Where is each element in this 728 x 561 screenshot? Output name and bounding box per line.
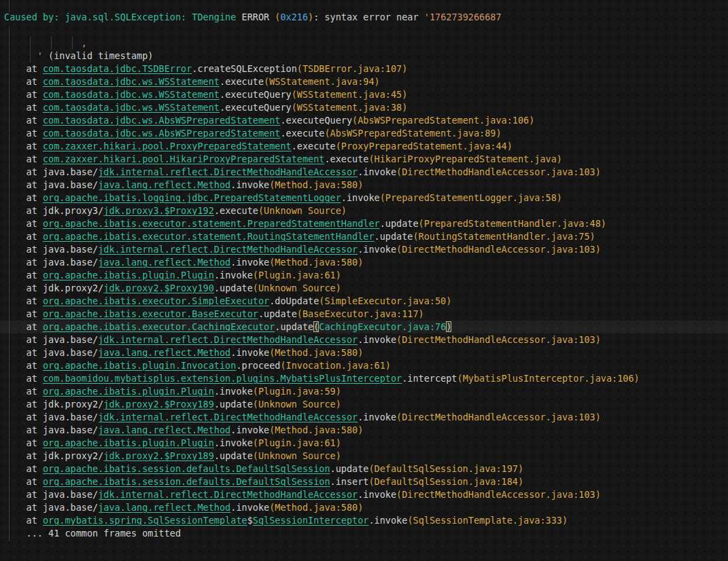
class-link[interactable]: jdk.proxy3.$Proxy192 xyxy=(103,205,214,216)
file-link[interactable]: (PreparedStatementHandler.java:48) xyxy=(419,218,606,229)
class-link[interactable]: jdk.internal.reflect.DirectMethodHandleA… xyxy=(98,334,358,345)
class-link[interactable]: java.lang.reflect.Method xyxy=(98,424,230,435)
file-link[interactable]: (ProxyPreparedStatement.java:44) xyxy=(336,141,513,151)
class-link[interactable]: com.zaxxer.hikari.pool.ProxyPreparedStat… xyxy=(43,141,292,151)
file-link[interactable]: (MybatisPlusInterceptor.java:106) xyxy=(457,373,640,384)
visited-file-link[interactable]: CachingExecutor.java:76 xyxy=(319,321,446,332)
class-link[interactable]: org.apache.ibatis.executor.BaseExecutor xyxy=(43,308,258,319)
text: .invoke xyxy=(230,257,269,268)
text: .invoke xyxy=(358,166,396,177)
class-link[interactable]: org.apache.ibatis.executor.CachingExecut… xyxy=(43,321,275,332)
class-link[interactable]: java.lang.reflect.Method xyxy=(98,179,230,190)
class-link[interactable]: org.apache.ibatis.plugin.Invocation xyxy=(43,360,236,371)
text: at xyxy=(4,192,43,203)
file-link[interactable]: (SimpleExecutor.java:50) xyxy=(319,295,451,306)
console-line: at org.apache.ibatis.plugin.Plugin.invok… xyxy=(0,437,728,450)
file-link[interactable]: (Method.java:580) xyxy=(269,179,363,190)
console-line: at java.base/jdk.internal.reflect.Direct… xyxy=(0,411,728,424)
string-literal: ' xyxy=(37,50,43,61)
file-link[interactable]: (Unknown Source) xyxy=(253,450,341,461)
file-link[interactable]: (Unknown Source) xyxy=(253,399,341,410)
file-link[interactable]: (Invocation.java:61) xyxy=(280,360,391,371)
file-link[interactable]: (DirectMethodHandleAccessor.java:103) xyxy=(396,412,601,422)
text: at java.base/ xyxy=(4,244,98,255)
file-link[interactable]: (Unknown Source) xyxy=(253,283,341,293)
text: at xyxy=(4,360,43,371)
class-link[interactable]: java.lang.reflect.Method xyxy=(98,347,230,358)
class-link[interactable]: SqlSessionInterceptor xyxy=(253,515,369,526)
text: at xyxy=(4,515,43,526)
file-link[interactable]: (DirectMethodHandleAccessor.java:103) xyxy=(396,244,601,255)
text: .update xyxy=(375,231,413,242)
class-link[interactable]: com.baomidou.mybatisplus.extension.plugi… xyxy=(43,373,402,384)
text: .executeQuery xyxy=(220,102,292,113)
class-link[interactable]: com.taosdata.jdbc.ws.WSStatement xyxy=(43,76,220,87)
console-line: at jdk.proxy2/jdk.proxy2.$Proxy189.updat… xyxy=(0,450,728,463)
text: .execute xyxy=(220,76,264,87)
console-output[interactable]: Caused by: java.sql.SQLException: TDengi… xyxy=(0,0,728,561)
class-link[interactable]: com.taosdata.jdbc.TSDBError xyxy=(43,63,192,74)
console-line: at com.zaxxer.hikari.pool.HikariProxyPre… xyxy=(0,153,728,166)
text xyxy=(4,50,37,61)
class-link[interactable]: com.taosdata.jdbc.ws.WSStatement xyxy=(43,102,220,113)
file-link[interactable]: (Method.java:580) xyxy=(269,424,363,435)
file-link[interactable]: (PreparedStatementLogger.java:58) xyxy=(380,192,562,203)
console-line: at com.taosdata.jdbc.ws.AbsWSPreparedSta… xyxy=(0,127,728,140)
file-link[interactable]: (SqlSessionTemplate.java:333) xyxy=(407,515,568,526)
file-link[interactable]: (DefaultSqlSession.java:184) xyxy=(368,476,523,487)
text: at java.base/ xyxy=(4,412,98,422)
text: at java.base/ xyxy=(4,424,98,435)
file-link[interactable]: (RoutingStatementHandler.java:75) xyxy=(413,231,595,242)
file-link[interactable]: (WSStatement.java:94) xyxy=(264,76,380,87)
class-link[interactable]: org.apache.ibatis.session.defaults.Defau… xyxy=(43,463,330,474)
file-link[interactable]: (TSDBError.java:107) xyxy=(297,63,408,74)
class-link[interactable]: jdk.proxy2.$Proxy189 xyxy=(103,399,214,410)
class-link[interactable]: com.taosdata.jdbc.ws.AbsWSPreparedStatem… xyxy=(43,115,281,126)
class-link[interactable]: com.taosdata.jdbc.ws.AbsWSPreparedStatem… xyxy=(43,128,281,139)
file-link[interactable]: (Method.java:580) xyxy=(269,347,363,358)
class-link[interactable]: org.apache.ibatis.executor.SimpleExecuto… xyxy=(43,295,269,306)
file-link[interactable]: (Plugin.java:59) xyxy=(253,386,341,397)
file-link[interactable]: (Method.java:580) xyxy=(269,502,363,513)
console-line: at org.apache.ibatis.session.defaults.De… xyxy=(0,463,728,475)
file-link[interactable]: (AbsWSPreparedStatement.java:106) xyxy=(352,115,534,126)
file-link[interactable]: (AbsWSPreparedStatement.java:89) xyxy=(324,128,501,139)
class-link[interactable]: com.zaxxer.hikari.pool.HikariProxyPrepar… xyxy=(43,153,325,164)
file-link[interactable]: (BaseExecutor.java:117) xyxy=(297,308,424,319)
class-link[interactable]: org.apache.ibatis.logging.jdbc.PreparedS… xyxy=(43,192,341,203)
class-link[interactable]: org.apache.ibatis.executor.statement.Rou… xyxy=(43,231,375,242)
file-link[interactable]: (DefaultSqlSession.java:197) xyxy=(368,463,523,474)
class-link[interactable]: java.lang.reflect.Method xyxy=(98,502,230,513)
file-link[interactable]: (Unknown Source) xyxy=(258,205,347,216)
file-link[interactable]: (WSStatement.java:38) xyxy=(292,102,408,113)
class-link[interactable]: org.apache.ibatis.session.defaults.Defau… xyxy=(43,476,330,487)
class-link[interactable]: org.apache.ibatis.plugin.Plugin xyxy=(43,437,214,448)
file-link[interactable]: (HikariProxyPreparedStatement.java) xyxy=(368,153,561,164)
class-link[interactable]: jdk.proxy2.$Proxy189 xyxy=(103,450,214,461)
file-link[interactable]: (Plugin.java:61) xyxy=(253,270,341,280)
class-link[interactable]: com.taosdata.jdbc.ws.WSStatement xyxy=(43,89,220,100)
file-link[interactable]: (Plugin.java:61) xyxy=(253,437,341,448)
file-link[interactable]: (DirectMethodHandleAccessor.java:103) xyxy=(396,489,601,500)
class-link[interactable]: java.lang.reflect.Method xyxy=(98,257,230,268)
class-link[interactable]: jdk.internal.reflect.DirectMethodHandleA… xyxy=(98,489,358,500)
class-link[interactable]: jdk.internal.reflect.DirectMethodHandleA… xyxy=(98,166,358,177)
file-link[interactable]: (Method.java:580) xyxy=(269,257,363,268)
text: .execute xyxy=(280,128,324,139)
class-link[interactable]: org.apache.ibatis.executor.statement.Pre… xyxy=(43,218,380,229)
file-link[interactable]: (WSStatement.java:45) xyxy=(292,89,408,100)
text: at xyxy=(4,89,43,100)
class-link[interactable]: org.mybatis.spring.SqlSessionTemplate xyxy=(43,515,247,526)
file-link[interactable]: (DirectMethodHandleAccessor.java:103) xyxy=(396,166,601,177)
class-link[interactable]: org.apache.ibatis.plugin.Plugin xyxy=(43,270,214,280)
text: at java.base/ xyxy=(4,334,98,345)
text: .executeQuery xyxy=(280,115,352,126)
console-line: at org.apache.ibatis.executor.statement.… xyxy=(0,230,728,243)
class-link[interactable]: jdk.internal.reflect.DirectMethodHandleA… xyxy=(98,244,358,255)
class-link[interactable]: jdk.internal.reflect.DirectMethodHandleA… xyxy=(98,412,358,422)
file-link[interactable]: (DirectMethodHandleAccessor.java:103) xyxy=(396,334,601,345)
class-link[interactable]: jdk.proxy2.$Proxy190 xyxy=(103,283,214,293)
class-link[interactable]: org.apache.ibatis.plugin.Plugin xyxy=(43,386,214,397)
file-link[interactable]: ) xyxy=(308,12,313,22)
text: at xyxy=(4,476,43,487)
